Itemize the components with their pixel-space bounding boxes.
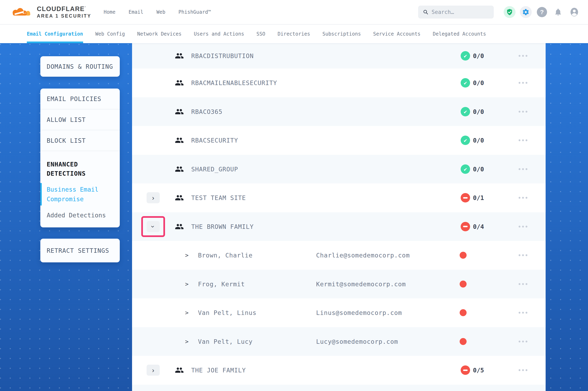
row-menu-button[interactable] [516, 80, 530, 86]
member-count: 0/1 [473, 194, 484, 201]
member-count: 0/0 [473, 165, 484, 173]
sidebar-item-added-detections[interactable]: Added Detections [47, 212, 113, 219]
member-email: Lucy@somedemocorp.com [316, 338, 398, 345]
table-row: › RBACSECURITY ✔ 0/0 [132, 126, 546, 155]
minus-icon [463, 370, 468, 371]
table-row: > Frog, Kermit Kermit@somedemocorp.com [132, 270, 546, 298]
sidebar-card-email-policies: EMAIL POLICIES ALLOW LIST BLOCK LIST ENH… [40, 89, 120, 227]
group-name: RBACO365 [191, 108, 223, 115]
search-input[interactable] [432, 9, 489, 15]
section-tab-bar: Email Configuration Web Config Network D… [0, 24, 588, 43]
member-count: 0/0 [473, 52, 484, 60]
chevron-right-icon[interactable]: > [185, 338, 189, 345]
status-badge: ✔ [461, 136, 470, 145]
nav-email[interactable]: Email [129, 9, 143, 15]
dotted-blue-background: DOMAINS & ROUTING EMAIL POLICIES ALLOW L… [0, 43, 588, 391]
sidebar-item-business-email-compromise[interactable]: Business Email Compromise [47, 185, 102, 204]
sidebar-item-domains-routing[interactable]: DOMAINS & ROUTING [47, 63, 113, 70]
minus-icon [463, 197, 468, 198]
group-name: TEST TEAM SITE [191, 194, 246, 201]
row-menu-button[interactable] [516, 281, 530, 287]
brand-subtitle: AREA 1 SECURITY [37, 13, 91, 18]
group-icon [175, 51, 184, 60]
row-menu-button[interactable] [516, 367, 530, 374]
status-dot [460, 281, 467, 288]
nav-web[interactable]: Web [156, 9, 165, 15]
tab-subscriptions[interactable]: Subscriptions [322, 24, 361, 43]
member-count: 0/0 [473, 137, 484, 144]
chevron-icon: › [150, 225, 156, 228]
row-menu-button[interactable] [516, 309, 530, 316]
member-count: 0/0 [473, 79, 484, 87]
sidebar-item-email-policies[interactable]: EMAIL POLICIES [40, 89, 120, 109]
nav-home[interactable]: Home [104, 9, 116, 15]
sidebar-card-domains-routing[interactable]: DOMAINS & ROUTING [40, 56, 120, 77]
group-icon [175, 193, 184, 202]
help-button[interactable]: ? [536, 6, 548, 18]
security-shield-button[interactable] [504, 6, 516, 18]
status-dot [460, 338, 467, 345]
user-icon [569, 7, 579, 17]
status-badge: ✔ [461, 164, 470, 174]
group-icon [175, 107, 184, 116]
member-count: 0/4 [473, 223, 484, 230]
tab-delegated-accounts[interactable]: Delegated Accounts [433, 24, 486, 43]
primary-nav: Home Email Web PhishGuard™ [104, 9, 211, 15]
group-icon [175, 165, 184, 174]
table-row: > Brown, Charlie Charlie@somedemocorp.co… [132, 241, 546, 270]
row-menu-button[interactable] [516, 252, 530, 259]
member-count: 0/5 [473, 367, 484, 374]
row-menu-button[interactable] [516, 338, 530, 345]
tab-sso[interactable]: SSO [256, 24, 265, 43]
row-menu-button[interactable] [516, 137, 530, 144]
member-name: Brown, Charlie [198, 252, 253, 259]
chevron-right-icon[interactable]: > [185, 252, 189, 259]
member-email: Linus@somedemocorp.com [316, 309, 402, 316]
nav-phishguard[interactable]: PhishGuard™ [178, 9, 211, 15]
table-row: › THE JOE FAMILY ✔ 0/5 [132, 356, 546, 385]
search-box[interactable] [418, 6, 494, 18]
sidebar-item-allow-list[interactable]: ALLOW LIST [40, 109, 120, 130]
tab-network-devices[interactable]: Network Devices [137, 24, 182, 43]
status-badge: ✔ [461, 365, 470, 375]
group-name: SHARED_GROUP [191, 165, 238, 173]
tab-web-config[interactable]: Web Config [95, 24, 125, 43]
expand-toggle-button[interactable]: › [147, 221, 160, 232]
group-icon [175, 222, 184, 231]
table-row: › TEST TEAM SITE ✔ 0/1 [132, 184, 546, 212]
table-filler-row [132, 385, 546, 391]
row-menu-button[interactable] [516, 166, 530, 172]
member-name: Van Pelt, Lucy [198, 338, 253, 345]
tab-service-accounts[interactable]: Service Accounts [373, 24, 421, 43]
account-button[interactable] [568, 6, 580, 18]
table-row: › RBACO365 ✔ 0/0 [132, 97, 546, 126]
tab-users-and-actions[interactable]: Users and Actions [194, 24, 244, 43]
sidebar-item-enhanced-detections[interactable]: ENHANCED DETECTIONS [47, 160, 104, 178]
table-row: > Van Pelt, Linus Linus@somedemocorp.com [132, 298, 546, 327]
row-menu-button[interactable] [516, 195, 530, 201]
tab-directories[interactable]: Directories [278, 24, 310, 43]
row-menu-button[interactable] [516, 108, 530, 115]
check-icon: ✔ [464, 137, 467, 143]
table-row: › RBACDISTRUBUTION ✔ 0/0 [132, 43, 546, 69]
member-count: 0/0 [473, 108, 484, 115]
group-icon [175, 78, 184, 87]
expand-toggle-button[interactable]: › [147, 365, 160, 376]
chevron-right-icon[interactable]: > [185, 281, 189, 287]
sidebar-item-retract-settings[interactable]: RETRACT SETTINGS [47, 247, 109, 254]
sidebar-item-block-list[interactable]: BLOCK LIST [40, 130, 120, 151]
status-badge: ✔ [461, 78, 470, 88]
chevron-right-icon[interactable]: > [185, 309, 189, 316]
group-name: RBACDISTRUBUTION [191, 52, 254, 60]
group-icon [175, 136, 184, 145]
tab-email-configuration[interactable]: Email Configuration [27, 24, 83, 43]
check-icon: ✔ [464, 166, 467, 172]
sidebar-card-retract-settings[interactable]: RETRACT SETTINGS [40, 239, 120, 262]
notifications-button[interactable] [552, 6, 564, 18]
status-badge: ✔ [461, 193, 470, 202]
settings-button[interactable] [520, 6, 532, 18]
row-menu-button[interactable] [516, 223, 530, 230]
row-menu-button[interactable] [516, 53, 530, 59]
expand-toggle-button[interactable]: › [147, 192, 160, 203]
brand-name: CLOUDFLARE’ [37, 6, 91, 12]
